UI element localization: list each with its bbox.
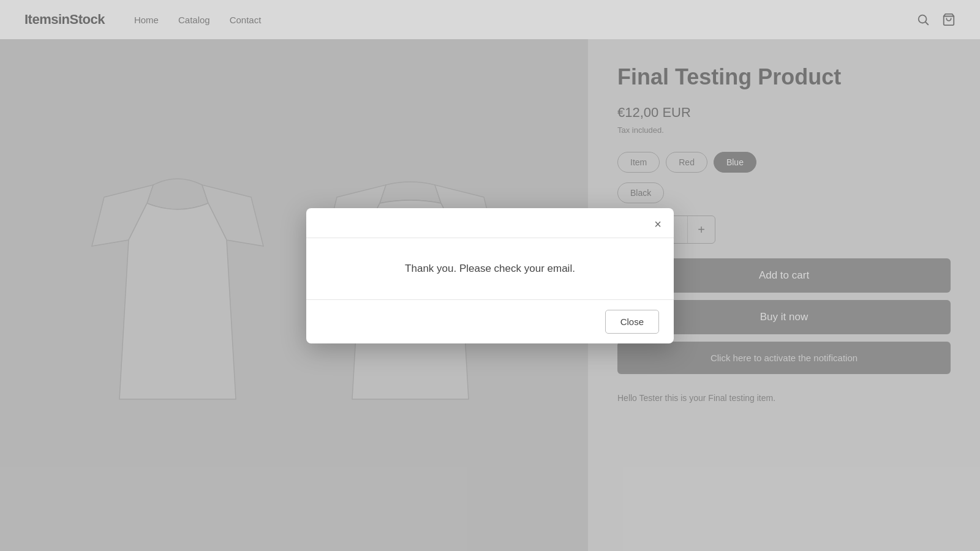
modal-header: ×: [306, 208, 674, 238]
modal-message: Thank you. Please check your email.: [343, 263, 637, 275]
modal-close-button[interactable]: Close: [605, 310, 659, 334]
modal-body: Thank you. Please check your email.: [306, 238, 674, 300]
modal-footer: Close: [306, 300, 674, 343]
modal-overlay[interactable]: × Thank you. Please check your email. Cl…: [0, 0, 980, 551]
modal-dialog: × Thank you. Please check your email. Cl…: [306, 208, 674, 343]
modal-close-x-button[interactable]: ×: [654, 218, 662, 230]
